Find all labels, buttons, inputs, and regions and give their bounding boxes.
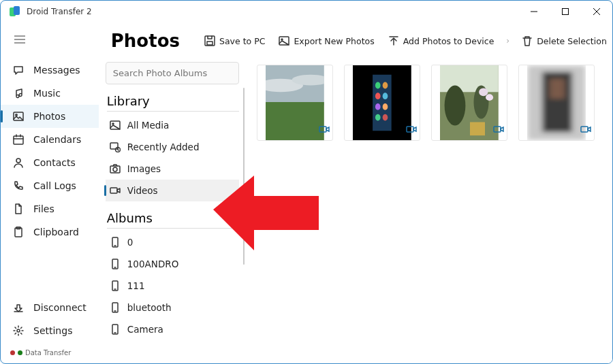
svg-rect-42 — [266, 102, 324, 140]
trash-icon — [522, 35, 533, 46]
music-icon — [13, 88, 24, 99]
svg-point-22 — [281, 39, 283, 40]
scrollbar[interactable] — [243, 88, 245, 265]
sidebar-item-label: Files — [33, 203, 54, 214]
search-input[interactable] — [106, 62, 239, 84]
calendar-icon — [13, 134, 24, 145]
toolbar: Photos Save to PC Export New Photos Add … — [99, 22, 613, 58]
svg-rect-45 — [319, 127, 326, 132]
svg-rect-19 — [205, 36, 215, 46]
minimize-button[interactable] — [518, 1, 550, 22]
hamburger-button[interactable] — [1, 28, 99, 52]
save-icon — [204, 35, 215, 46]
device-icon — [110, 302, 121, 313]
svg-point-59 — [444, 85, 465, 125]
sidebar-item-label: Clipboard — [33, 227, 79, 237]
svg-point-55 — [383, 114, 388, 121]
device-icon — [110, 237, 121, 248]
library-item-images[interactable]: Images — [106, 158, 239, 180]
close-button[interactable] — [581, 1, 612, 22]
albums-heading: Albums — [107, 211, 239, 229]
svg-rect-64 — [494, 127, 501, 132]
video-thumbnail[interactable] — [431, 65, 507, 141]
sidebar-item-calendars[interactable]: Calendars — [1, 128, 99, 151]
album-item[interactable]: Camera — [106, 318, 239, 340]
video-thumbnail[interactable] — [344, 65, 420, 141]
export-icon — [279, 35, 289, 46]
phone-icon — [13, 180, 24, 191]
media-icon — [110, 120, 121, 131]
chevron-right-icon: › — [505, 36, 511, 46]
delete-button[interactable]: Delete Selection — [519, 33, 610, 49]
svg-rect-58 — [440, 65, 499, 92]
video-thumbnail[interactable] — [518, 65, 595, 141]
sidebar-item-music[interactable]: Music — [1, 82, 99, 105]
video-icon — [110, 185, 121, 196]
sidebar-item-label: Settings — [33, 325, 72, 336]
video-badge-icon — [580, 124, 591, 137]
album-item[interactable]: 111 — [106, 275, 239, 297]
svg-point-50 — [375, 93, 381, 99]
video-badge-icon — [319, 124, 330, 137]
device-icon — [110, 280, 121, 291]
video-thumbnail[interactable] — [257, 65, 333, 141]
svg-rect-20 — [207, 42, 213, 45]
upload-icon — [388, 35, 399, 46]
export-button[interactable]: Export New Photos — [276, 33, 377, 49]
video-badge-icon — [493, 124, 504, 137]
sidebar-item-files[interactable]: Files — [1, 197, 99, 220]
status-bar: Data Transfer — [1, 342, 99, 363]
status-text: Data Transfer — [25, 349, 71, 357]
user-icon — [13, 157, 24, 168]
album-item[interactable]: 0 — [106, 231, 239, 253]
clipboard-icon — [13, 227, 24, 237]
sidebar-item-messages[interactable]: Messages — [1, 59, 99, 82]
sidebar-item-disconnect[interactable]: Disconnect — [1, 296, 99, 319]
svg-point-51 — [383, 93, 388, 99]
sidebar-item-call-logs[interactable]: Call Logs — [1, 174, 99, 197]
sidebar-item-settings[interactable]: Settings — [1, 319, 99, 342]
svg-point-48 — [375, 82, 381, 89]
thumbnail-grid — [246, 58, 613, 363]
library-item-videos[interactable]: Videos — [106, 180, 239, 201]
svg-rect-47 — [373, 75, 392, 131]
svg-rect-3 — [563, 9, 569, 15]
chat-icon — [13, 65, 24, 76]
svg-point-25 — [112, 123, 114, 125]
svg-point-49 — [383, 82, 388, 89]
sidebar-item-clipboard[interactable]: Clipboard — [1, 220, 99, 244]
library-item-recently-added[interactable]: Recently Added — [106, 136, 239, 158]
svg-point-53 — [383, 103, 388, 110]
svg-point-52 — [375, 103, 381, 110]
main-panel: Photos Save to PC Export New Photos Add … — [99, 22, 613, 363]
maximize-button[interactable] — [550, 1, 581, 22]
app-title: Droid Transfer 2 — [27, 7, 92, 16]
svg-point-61 — [479, 88, 488, 96]
sidebar-item-photos[interactable]: Photos — [1, 105, 99, 128]
save-to-pc-button[interactable]: Save to PC — [202, 33, 268, 49]
window-controls — [518, 1, 612, 22]
status-dot-red — [10, 350, 15, 355]
library-item-all-media[interactable]: All Media — [106, 114, 239, 136]
app-icon — [9, 5, 21, 18]
svg-point-18 — [17, 329, 20, 332]
device-icon — [110, 259, 121, 269]
sidebar: Messages Music Photos Calendars Contacts… — [1, 22, 99, 363]
device-icon — [110, 324, 121, 335]
add-photos-button[interactable]: Add Photos to Device — [386, 33, 497, 49]
library-panel: Library All Media Recently Added Images … — [99, 58, 246, 363]
svg-point-54 — [375, 114, 381, 121]
svg-rect-68 — [581, 127, 588, 132]
album-item[interactable]: bluetooth — [106, 297, 239, 318]
svg-rect-56 — [407, 127, 413, 132]
video-badge-icon — [406, 124, 417, 137]
recent-icon — [110, 142, 121, 152]
svg-rect-11 — [14, 136, 23, 144]
page-title: Photos — [111, 31, 180, 51]
library-heading: Library — [107, 94, 239, 112]
svg-point-62 — [486, 94, 493, 101]
sidebar-item-contacts[interactable]: Contacts — [1, 151, 99, 174]
gear-icon — [13, 325, 24, 336]
sidebar-item-label: Messages — [33, 65, 80, 76]
album-item[interactable]: 100ANDRO — [106, 253, 239, 275]
